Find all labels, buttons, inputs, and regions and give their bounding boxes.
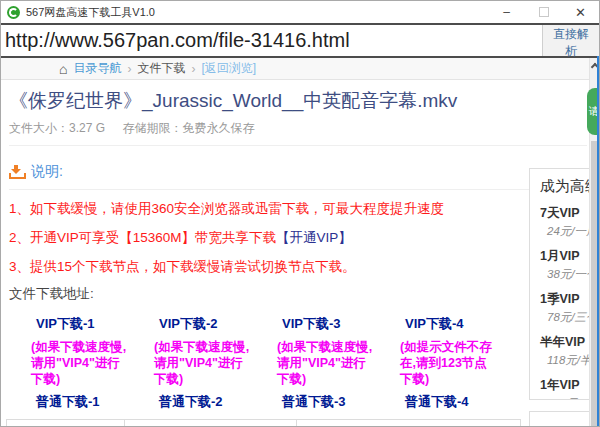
membership-table: 五大特权 VIP会员 免费会员 (6, 419, 521, 427)
breadcrumb: ⌂ 目录导航 › 文件下载 › [返回浏览] (1, 58, 599, 80)
normal-download-link-3[interactable]: 普通下载-3 (282, 393, 400, 411)
file-title: 《侏罗纪世界》_Jurassic_World__中英配音字幕.mkv (9, 90, 587, 112)
download-note-2: (如果下载速度慢, 请用"VIP4"进行 下载) (154, 339, 277, 387)
window-controls: – ✕ (488, 1, 599, 23)
download-note-3: (如果下载速度慢, 请用"VIP4"进行 下载) (277, 339, 400, 387)
breadcrumb-directory-link[interactable]: 目录导航 (73, 60, 121, 77)
file-size-value: 3.27 G (69, 121, 105, 135)
note-line: 请用"VIP4"进行 (277, 355, 400, 371)
window-title: 567网盘高速下载工具V1.0 (26, 5, 488, 20)
note-line: (如提示文件不存 (400, 339, 523, 355)
note-line: 下载) (31, 371, 154, 387)
close-button[interactable]: ✕ (562, 1, 599, 23)
note-item-1: 1、如下载缓慢，请使用360安全浏览器或迅雷下载，可最大程度提升速度 (9, 194, 587, 223)
note-line: 请用"VIP4"进行 (31, 355, 154, 371)
divider (9, 145, 587, 146)
app-icon (7, 6, 20, 19)
download-note-4: (如提示文件不存 在,请到123节点 下载) (400, 339, 523, 387)
note-text: 如下载缓慢，请使用360安全浏览器或迅雷下载，可最大程度提升速度 (30, 201, 444, 216)
note-line: (如果下载速度慢, (277, 339, 400, 355)
breadcrumb-separator: › (191, 62, 195, 76)
download-icon-arrow (14, 165, 18, 169)
download-address-heading: 文件下载地址: (9, 285, 587, 303)
open-vip-link[interactable]: 【开通VIP】 (276, 230, 352, 245)
note-line: 在,请到123节点 (400, 355, 523, 371)
home-icon[interactable]: ⌂ (59, 62, 67, 76)
vip-download-link-1[interactable]: VIP下载-1 (36, 315, 154, 333)
normal-download-link-2[interactable]: 普通下载-2 (159, 393, 277, 411)
url-input[interactable] (1, 25, 542, 56)
note-number: 1、 (9, 201, 30, 216)
download-column-2: VIP下载-2 (如果下载速度慢, 请用"VIP4"进行 下载) 普通下载-2 (154, 315, 277, 411)
normal-download-link-4[interactable]: 普通下载-4 (405, 393, 523, 411)
breadcrumb-back-link[interactable]: [返回浏览] (201, 60, 256, 77)
note-line: 下载) (154, 371, 277, 387)
note-line: 下载) (277, 371, 400, 387)
app-window: 567网盘高速下载工具V1.0 – ✕ 直接解析 ⌂ 目录导航 › 文件下载 ›… (0, 0, 600, 427)
title-bar: 567网盘高速下载工具V1.0 – ✕ (1, 1, 599, 23)
minimize-button[interactable]: – (488, 1, 525, 23)
maximize-button[interactable] (525, 1, 562, 23)
vip-download-link-2[interactable]: VIP下载-2 (159, 315, 277, 333)
membership-table-header-row: 五大特权 VIP会员 免费会员 (7, 420, 521, 427)
file-size-label: 文件大小： (9, 121, 69, 135)
note-line: 请用"VIP4"进行 (154, 355, 277, 371)
download-note-1: (如果下载速度慢, 请用"VIP4"进行 下载) (31, 339, 154, 387)
divider (9, 189, 587, 190)
table-header-free: 免费会员 (297, 420, 521, 427)
download-column-4: VIP下载-4 (如提示文件不存 在,请到123节点 下载) 普通下载-4 (400, 315, 523, 411)
download-links-grid: VIP下载-1 (如果下载速度慢, 请用"VIP4"进行 下载) 普通下载-1 … (9, 315, 587, 411)
notes-list: 1、如下载缓慢，请使用360安全浏览器或迅雷下载，可最大程度提升速度 2、开通V… (9, 194, 587, 281)
note-line: 下载) (400, 371, 523, 387)
content-area: 《侏罗纪世界》_Jurassic_World__中英配音字幕.mkv 文件大小：… (1, 80, 587, 427)
table-header-vip: VIP会员 (125, 420, 297, 427)
vip-download-link-3[interactable]: VIP下载-3 (282, 315, 400, 333)
note-item-2: 2、开通VIP可享受【15360M】带宽共享下载【开通VIP】 (9, 223, 587, 252)
notes-heading: 说明: (9, 163, 587, 181)
note-number: 3、 (9, 259, 30, 274)
app-icon-swirl (9, 8, 18, 17)
parse-button[interactable]: 直接解析 (542, 25, 599, 56)
maximize-icon (539, 7, 549, 17)
download-icon (9, 165, 24, 179)
table-header-privileges: 五大特权 (7, 420, 125, 427)
download-column-3: VIP下载-3 (如果下载速度慢, 请用"VIP4"进行 下载) 普通下载-3 (277, 315, 400, 411)
note-line: (如果下载速度慢, (154, 339, 277, 355)
normal-download-link-1[interactable]: 普通下载-1 (36, 393, 154, 411)
note-item-3: 3、提供15个下载节点，如下载缓慢请尝试切换节点下载。 (9, 252, 587, 281)
breadcrumb-separator: › (127, 62, 131, 76)
breadcrumb-current[interactable]: 文件下载 (137, 60, 185, 77)
url-bar: 直接解析 (1, 23, 599, 58)
notes-label: 说明: (31, 163, 63, 181)
note-number: 2、 (9, 230, 30, 245)
storage-value: 免费永久保存 (182, 121, 254, 135)
storage-label: 存储期限： (122, 121, 182, 135)
download-column-1: VIP下载-1 (如果下载速度慢, 请用"VIP4"进行 下载) 普通下载-1 (31, 315, 154, 411)
window-accent-border (597, 56, 599, 427)
note-line: (如果下载速度慢, (31, 339, 154, 355)
file-meta: 文件大小：3.27 G 存储期限：免费永久保存 (9, 120, 587, 137)
note-text: 开通VIP可享受【15360M】带宽共享下载 (30, 230, 276, 245)
vip-download-link-4[interactable]: VIP下载-4 (405, 315, 523, 333)
download-icon-tray (9, 173, 26, 179)
note-text: 提供15个下载节点，如下载缓慢请尝试切换节点下载。 (30, 259, 356, 274)
